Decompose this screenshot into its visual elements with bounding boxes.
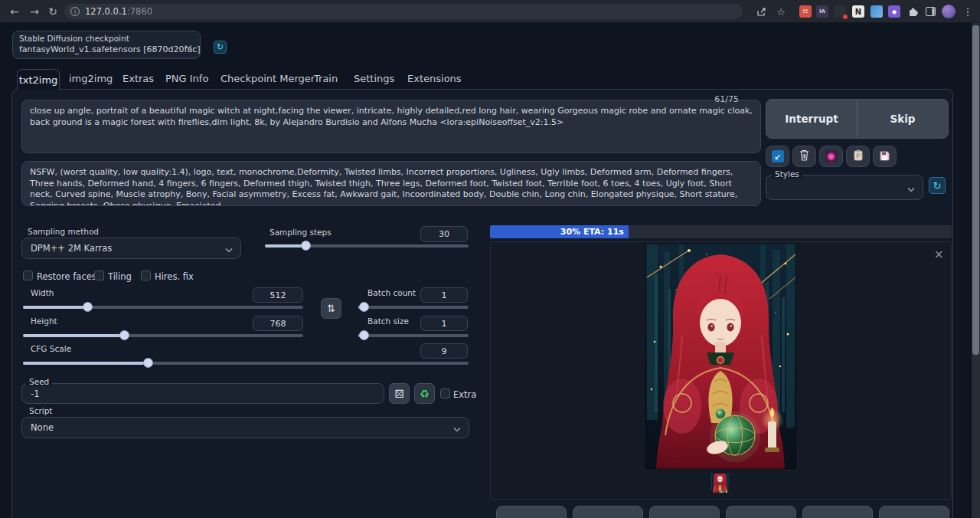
width-slider[interactable] [23,302,303,313]
clear-prompt-button[interactable] [792,146,816,167]
back-icon[interactable]: ← [6,3,23,20]
skip-button[interactable]: Skip [858,100,948,138]
styles-refresh-button[interactable]: ↻ [929,177,946,194]
gallery-action-button[interactable] [726,506,796,518]
height-slider[interactable] [23,330,303,341]
reload-icon[interactable]: ↻ [44,3,61,20]
batch-size-value[interactable]: 1 [420,316,468,331]
cfg-scale-slider[interactable] [23,358,469,369]
extension-icon-ia[interactable]: IA [816,5,828,18]
share-icon[interactable] [755,5,767,18]
dice-icon: ⚄ [394,388,403,400]
gallery-action-button[interactable] [649,506,720,518]
progress-bar: 30% ETA: 11s [490,225,952,238]
tab-extras[interactable]: Extras [122,73,154,84]
restore-faces-checkbox[interactable] [23,270,33,280]
extra-networks-button[interactable] [819,146,843,167]
recycle-icon: ♻ [420,388,430,400]
browser-toolbar: ← → ↻ i 127.0.0.1:7860 ☆ ∷ IA N ◆ ⋮ [0,0,980,23]
browser-menu-icon[interactable]: ⋮ [962,5,974,18]
live-preview-image [645,244,796,469]
script-dropdown[interactable]: None [21,417,469,438]
negative-prompt-input[interactable] [21,161,761,206]
seed-value: -1 [31,388,39,399]
generate-controls: Interrupt Skip [766,99,949,139]
hires-fix-label: Hires. fix [155,271,194,282]
seed-extra-checkbox[interactable] [440,388,450,398]
tab-png-info[interactable]: PNG Info [165,73,208,84]
sampling-method-label: Sampling method [28,227,99,236]
height-value[interactable]: 768 [253,316,303,331]
batch-count-label: Batch count [368,288,416,297]
trash-icon [799,149,809,164]
batch-size-slider[interactable] [358,330,469,341]
apply-styles-button[interactable] [846,146,870,167]
site-info-icon[interactable]: i [70,7,80,16]
forward-icon[interactable]: → [26,3,43,20]
script-value: None [31,422,54,433]
checkpoint-dropdown[interactable]: Stable Diffusion checkpoint fantasyWorld… [12,31,201,59]
save-style-button[interactable] [873,146,897,167]
gallery-action-button[interactable] [573,506,643,518]
sampling-method-dropdown[interactable]: DPM++ 2M Karras [21,238,241,259]
reuse-seed-button[interactable]: ♻ [414,383,435,404]
cfg-scale-value[interactable]: 9 [420,343,468,359]
gallery-action-button[interactable] [879,506,949,518]
url-host: 127.0.0.1 [85,6,127,17]
interrupt-button[interactable]: Interrupt [766,100,858,138]
scrollbar-thumb[interactable] [972,25,979,355]
seed-label: Seed [26,377,52,386]
sampling-steps-label: Sampling steps [270,228,332,237]
gallery-action-button[interactable] [496,506,567,518]
sampling-steps-slider[interactable] [265,241,469,251]
swap-icon: ⇅ [327,303,335,314]
seed-extra-label: Extra [453,389,476,400]
paste-arrow-icon: ↙ [772,150,784,162]
extension-icon-notion[interactable]: N [852,5,864,18]
extension-icon-red[interactable]: ∷ [799,5,812,18]
url-port: :7860 [127,6,152,17]
extension-icon-dark-badged[interactable] [834,5,846,18]
checkpoint-refresh-button[interactable]: ↻ [214,41,227,54]
prompt-input[interactable] [21,100,761,153]
tab-txt2img[interactable]: txt2img [17,69,60,90]
tab-settings[interactable]: Settings [354,73,394,84]
bookmark-star-icon[interactable]: ☆ [775,5,787,18]
tab-extensions[interactable]: Extensions [407,73,462,84]
tab-checkpoint-merger[interactable]: Checkpoint Merger [220,73,315,84]
gallery-thumbnail[interactable] [710,474,730,493]
sampling-steps-value[interactable]: 30 [420,226,468,242]
hires-fix-checkbox[interactable] [141,270,151,280]
extension-icon-purple[interactable]: ◆ [888,5,900,18]
batch-count-slider[interactable] [358,302,469,313]
tab-img2img[interactable]: img2img [69,73,113,84]
progress-text: 30% ETA: 11s [560,227,624,237]
profile-avatar[interactable] [942,5,956,18]
extension-icon-blue[interactable] [871,5,883,18]
batch-count-value[interactable]: 1 [420,287,468,303]
sidebar-toggle-icon[interactable] [924,5,936,18]
restore-faces-label: Restore faces [37,271,96,282]
progress-fill: 30% ETA: 11s [490,225,629,238]
notification-badge [843,15,848,19]
cfg-scale-label: CFG Scale [31,344,71,353]
checkpoint-value: fantasyWorld_v1.safetensors [6870d20fac] [19,44,201,54]
seed-input[interactable]: -1 [21,383,384,404]
address-bar[interactable]: i 127.0.0.1:7860 [64,4,743,19]
random-seed-button[interactable]: ⚄ [389,383,410,404]
extra-networks-icon [825,150,838,162]
clipboard-icon [854,149,863,164]
chevron-down-icon [453,421,461,435]
gallery-action-button[interactable] [802,506,873,518]
extensions-puzzle-icon[interactable] [906,5,919,18]
width-label: Width [31,288,54,297]
tab-train[interactable]: Train [314,73,338,84]
swap-dimensions-button[interactable]: ⇅ [321,298,341,319]
width-value[interactable]: 512 [253,287,303,303]
batch-size-label: Batch size [368,316,409,326]
paste-generation-params-button[interactable]: ↙ [766,146,789,167]
chevron-down-icon [185,38,192,52]
close-preview-icon[interactable]: × [934,248,944,261]
script-label: Script [26,406,55,415]
tiling-checkbox[interactable] [94,270,104,280]
